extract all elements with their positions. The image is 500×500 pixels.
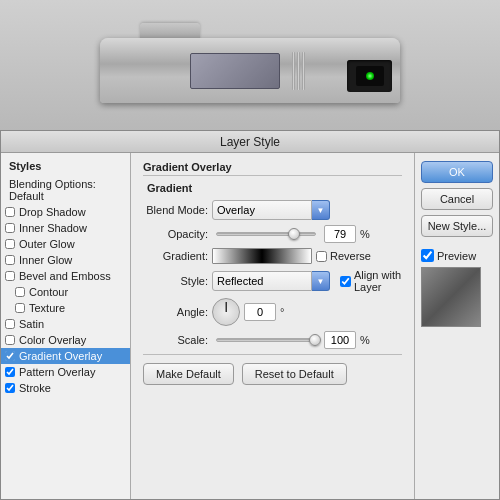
cancel-button[interactable]: Cancel xyxy=(421,188,493,210)
angle-input[interactable] xyxy=(244,303,276,321)
opacity-row: Opacity: % xyxy=(143,225,402,243)
angle-label: Angle: xyxy=(143,306,208,318)
sidebar-item-texture[interactable]: Texture xyxy=(1,300,130,316)
style-dropdown-btn[interactable]: ▼ xyxy=(312,271,330,291)
camera-ridges xyxy=(292,52,305,90)
reset-to-default-button[interactable]: Reset to Default xyxy=(242,363,347,385)
scale-slider-track[interactable] xyxy=(216,338,316,342)
scale-row: Scale: % xyxy=(143,331,402,349)
ok-button[interactable]: OK xyxy=(421,161,493,183)
dialog-titlebar: Layer Style xyxy=(1,131,499,153)
camera-viewfinder-light xyxy=(366,72,374,80)
sidebar-item-satin[interactable]: Satin xyxy=(1,316,130,332)
styles-panel-title: Styles xyxy=(1,158,130,176)
texture-checkbox[interactable] xyxy=(15,303,25,313)
align-with-layer-checkbox[interactable] xyxy=(340,276,351,287)
sidebar-item-outer-glow[interactable]: Outer Glow xyxy=(1,236,130,252)
color-overlay-checkbox[interactable] xyxy=(5,335,15,345)
dialog-body: Styles Blending Options: Default Drop Sh… xyxy=(1,153,499,499)
sidebar-item-contour[interactable]: Contour xyxy=(1,284,130,300)
style-select[interactable]: Reflected Linear Radial Angle Diamond xyxy=(212,271,312,291)
gradient-label: Gradient: xyxy=(143,250,208,262)
align-with-layer-label[interactable]: Align with Layer xyxy=(340,269,402,293)
sidebar-item-blending-options[interactable]: Blending Options: Default xyxy=(1,176,130,204)
inner-shadow-label: Inner Shadow xyxy=(19,222,87,234)
gradient-swatch[interactable] xyxy=(212,248,312,264)
bevel-emboss-checkbox[interactable] xyxy=(5,271,15,281)
layer-style-dialog: Layer Style Styles Blending Options: Def… xyxy=(0,130,500,500)
opacity-slider-thumb[interactable] xyxy=(288,228,300,240)
make-default-button[interactable]: Make Default xyxy=(143,363,234,385)
angle-wheel[interactable] xyxy=(212,298,240,326)
opacity-slider-track[interactable] xyxy=(216,232,316,236)
main-content-panel: Gradient Overlay Gradient Blend Mode: Ov… xyxy=(131,153,414,499)
gradient-overlay-checkbox[interactable] xyxy=(5,351,15,361)
sidebar-item-inner-shadow[interactable]: Inner Shadow xyxy=(1,220,130,236)
opacity-label: Opacity: xyxy=(143,228,208,240)
gradient-overlay-label: Gradient Overlay xyxy=(19,350,102,362)
camera-screen xyxy=(190,53,280,89)
actions-panel: OK Cancel New Style... Preview xyxy=(414,153,499,499)
blend-mode-select[interactable]: Overlay Normal Multiply Screen xyxy=(212,200,312,220)
inner-glow-checkbox[interactable] xyxy=(5,255,15,265)
styles-panel: Styles Blending Options: Default Drop Sh… xyxy=(1,153,131,499)
scale-slider-thumb[interactable] xyxy=(309,334,321,346)
sub-section-title: Gradient xyxy=(143,182,402,194)
scale-unit: % xyxy=(360,334,370,346)
blend-mode-label: Blend Mode: xyxy=(143,204,208,216)
reverse-text: Reverse xyxy=(330,250,371,262)
camera-body xyxy=(80,23,420,108)
blend-mode-dropdown-btn[interactable]: ▼ xyxy=(312,200,330,220)
drop-shadow-checkbox[interactable] xyxy=(5,207,15,217)
sidebar-item-gradient-overlay[interactable]: Gradient Overlay xyxy=(1,348,130,364)
sidebar-item-inner-glow[interactable]: Inner Glow xyxy=(1,252,130,268)
camera-viewfinder xyxy=(347,60,392,92)
preview-box xyxy=(421,267,481,327)
camera-viewfinder-inner xyxy=(356,66,384,86)
angle-unit: ° xyxy=(280,306,284,318)
preview-text: Preview xyxy=(437,250,476,262)
satin-checkbox[interactable] xyxy=(5,319,15,329)
section-title: Gradient Overlay xyxy=(143,161,402,176)
reverse-label[interactable]: Reverse xyxy=(316,250,371,262)
scale-input[interactable] xyxy=(324,331,356,349)
preview-label[interactable]: Preview xyxy=(421,249,493,262)
stroke-checkbox[interactable] xyxy=(5,383,15,393)
style-select-group: Reflected Linear Radial Angle Diamond ▼ xyxy=(212,271,330,291)
style-row: Style: Reflected Linear Radial Angle Dia… xyxy=(143,269,402,293)
drop-shadow-label: Drop Shadow xyxy=(19,206,86,218)
sidebar-item-color-overlay[interactable]: Color Overlay xyxy=(1,332,130,348)
pattern-overlay-checkbox[interactable] xyxy=(5,367,15,377)
contour-label: Contour xyxy=(29,286,68,298)
outer-glow-checkbox[interactable] xyxy=(5,239,15,249)
blend-mode-select-group: Overlay Normal Multiply Screen ▼ xyxy=(212,200,330,220)
opacity-input[interactable] xyxy=(324,225,356,243)
sidebar-item-pattern-overlay[interactable]: Pattern Overlay xyxy=(1,364,130,380)
inner-shadow-checkbox[interactable] xyxy=(5,223,15,233)
align-with-layer-text: Align with Layer xyxy=(354,269,402,293)
gradient-row: Gradient: Reverse xyxy=(143,248,402,264)
opacity-unit: % xyxy=(360,228,370,240)
angle-row: Angle: ° xyxy=(143,298,402,326)
camera-preview xyxy=(0,0,500,130)
sidebar-item-bevel-emboss[interactable]: Bevel and Emboss xyxy=(1,268,130,284)
color-overlay-label: Color Overlay xyxy=(19,334,86,346)
texture-label: Texture xyxy=(29,302,65,314)
outer-glow-label: Outer Glow xyxy=(19,238,75,250)
preview-section: Preview xyxy=(421,246,493,327)
contour-checkbox[interactable] xyxy=(15,287,25,297)
button-row: Make Default Reset to Default xyxy=(143,363,402,385)
new-style-button[interactable]: New Style... xyxy=(421,215,493,237)
style-label: Style: xyxy=(143,275,208,287)
inner-glow-label: Inner Glow xyxy=(19,254,72,266)
preview-checkbox[interactable] xyxy=(421,249,434,262)
sidebar-item-drop-shadow[interactable]: Drop Shadow xyxy=(1,204,130,220)
scale-label: Scale: xyxy=(143,334,208,346)
stroke-label: Stroke xyxy=(19,382,51,394)
camera-main xyxy=(100,38,400,103)
reverse-checkbox[interactable] xyxy=(316,251,327,262)
pattern-overlay-label: Pattern Overlay xyxy=(19,366,95,378)
dialog-title: Layer Style xyxy=(220,135,280,149)
sidebar-item-stroke[interactable]: Stroke xyxy=(1,380,130,396)
bevel-emboss-label: Bevel and Emboss xyxy=(19,270,111,282)
